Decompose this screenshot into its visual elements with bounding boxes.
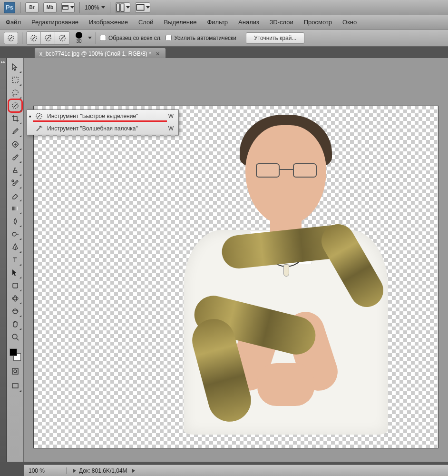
zoom-tool[interactable]	[9, 331, 22, 343]
svg-rect-0	[63, 5, 68, 9]
document-canvas[interactable]	[33, 106, 438, 448]
3d-rotate-tool[interactable]	[9, 292, 22, 305]
dodge-tool[interactable]	[9, 228, 22, 240]
pen-tool[interactable]	[9, 241, 22, 253]
close-icon[interactable]: ✕	[155, 51, 161, 57]
brush-preset-picker[interactable]: 30	[76, 32, 82, 44]
menu-filter[interactable]: Фильтр	[207, 19, 228, 26]
crop-tool[interactable]	[9, 112, 22, 125]
bridge-button[interactable]: Br	[25, 2, 39, 13]
expand-arrows-icon: ▸▸	[0, 58, 6, 64]
menu-bar: Файл Редактирование Изображение Слой Выд…	[0, 15, 448, 30]
sample-all-layers-input[interactable]	[100, 35, 106, 41]
healing-brush-tool[interactable]	[9, 138, 22, 150]
status-doc-info[interactable]: Док: 801,6K/1,04M	[67, 467, 135, 474]
chevron-down-icon	[70, 6, 74, 9]
view-extras-button[interactable]	[61, 2, 75, 13]
document-tab-title: x_bcb7741c.jpg @ 100% (Слой 1, RGB/8) *	[39, 50, 151, 57]
foreground-color-swatch[interactable]	[10, 348, 17, 356]
arrange-documents-button[interactable]	[115, 2, 130, 13]
svg-point-15	[12, 232, 16, 236]
history-brush-tool[interactable]	[9, 177, 22, 189]
quick-mask-toggle[interactable]	[9, 365, 22, 377]
menu-analysis[interactable]: Анализ	[238, 19, 259, 26]
svg-point-21	[12, 334, 17, 339]
minibridge-button[interactable]: Mb	[43, 2, 57, 13]
path-selection-tool[interactable]	[9, 267, 22, 279]
zoom-level-dropdown[interactable]: 100%	[85, 4, 105, 11]
subtract-from-selection-button[interactable]	[55, 32, 69, 44]
menu-image[interactable]: Изображение	[89, 19, 128, 26]
separator	[110, 2, 110, 13]
separator	[96, 32, 96, 44]
flyout-item-shortcut: W	[168, 125, 174, 132]
marquee-tool[interactable]	[9, 74, 22, 86]
tool-flyout-menu: Инструмент "Быстрое выделение" W Инструм…	[27, 109, 179, 135]
chevron-down-icon	[126, 6, 130, 9]
flyout-item-magic-wand[interactable]: Инструмент "Волшебная палочка" W	[27, 122, 178, 135]
screen-mode-toggle[interactable]	[9, 380, 22, 392]
panel-collapse-strip[interactable]: ▸▸	[0, 58, 7, 462]
tool-preset-picker[interactable]	[4, 32, 18, 44]
status-zoom-field[interactable]: 100 %	[24, 467, 67, 474]
eraser-tool[interactable]	[9, 189, 22, 202]
quick-selection-tool[interactable]	[9, 99, 22, 112]
menu-layer[interactable]: Слой	[138, 19, 154, 26]
svg-rect-2	[117, 4, 120, 11]
gradient-tool[interactable]	[9, 202, 22, 215]
auto-enhance-checkbox[interactable]: Усилить автоматически	[166, 35, 236, 41]
status-doc-text: Док: 801,6K/1,04M	[79, 467, 127, 474]
svg-rect-9	[12, 77, 18, 83]
brush-tool[interactable]	[9, 151, 22, 163]
disclosure-icon[interactable]	[132, 469, 135, 473]
blur-tool[interactable]	[9, 215, 22, 228]
move-tool[interactable]	[9, 61, 22, 73]
chevron-down-icon[interactable]	[88, 37, 92, 39]
menu-view[interactable]: Просмотр	[304, 19, 332, 26]
svg-rect-14	[12, 207, 18, 210]
disclosure-icon	[73, 469, 76, 473]
screen-mode-button[interactable]	[135, 2, 150, 13]
menu-3d[interactable]: 3D-слои	[270, 19, 293, 26]
brush-preview-icon	[76, 32, 82, 39]
lasso-tool[interactable]	[9, 87, 22, 99]
flyout-item-quick-selection[interactable]: Инструмент "Быстрое выделение" W	[27, 110, 178, 122]
app-titlebar: Ps Br Mb 100%	[0, 0, 448, 15]
flyout-item-label: Инструмент "Быстрое выделение"	[47, 113, 158, 119]
chevron-down-icon	[101, 6, 105, 9]
separator	[22, 32, 22, 44]
new-selection-button[interactable]	[27, 32, 41, 44]
hand-tool[interactable]	[9, 318, 22, 330]
image-content	[150, 106, 417, 458]
color-swatches[interactable]	[9, 347, 22, 362]
auto-enhance-label: Усилить автоматически	[174, 35, 236, 41]
svg-rect-4	[136, 4, 144, 10]
svg-point-20	[13, 309, 18, 314]
svg-rect-22	[12, 368, 18, 374]
type-tool[interactable]: T	[9, 254, 22, 266]
menu-file[interactable]: Файл	[6, 19, 21, 26]
clone-stamp-tool[interactable]	[9, 164, 22, 176]
menu-select[interactable]: Выделение	[164, 19, 197, 26]
svg-point-23	[14, 370, 17, 373]
sample-all-layers-checkbox[interactable]: Образец со всех сл.	[100, 35, 162, 41]
document-tabstrip: x_bcb7741c.jpg @ 100% (Слой 1, RGB/8) * …	[0, 47, 448, 58]
document-tab[interactable]: x_bcb7741c.jpg @ 100% (Слой 1, RGB/8) * …	[34, 48, 166, 58]
shape-tool[interactable]	[9, 279, 22, 292]
zoom-level-value: 100%	[85, 4, 99, 11]
refine-edge-button[interactable]: Уточнить край...	[246, 32, 304, 44]
selection-mode-group	[26, 31, 70, 45]
menu-edit[interactable]: Редактирование	[31, 19, 78, 26]
separator	[79, 2, 80, 13]
svg-text:T: T	[13, 256, 17, 264]
3d-orbit-tool[interactable]	[9, 305, 22, 317]
svg-point-18	[12, 297, 18, 300]
auto-enhance-input[interactable]	[166, 35, 172, 41]
annotation-underline	[33, 120, 167, 122]
svg-point-10	[12, 90, 18, 95]
add-to-selection-button[interactable]	[41, 32, 55, 44]
eyedropper-tool[interactable]	[9, 125, 22, 138]
svg-rect-3	[121, 4, 124, 11]
tools-panel: T	[7, 58, 24, 462]
menu-window[interactable]: Окно	[342, 19, 357, 26]
